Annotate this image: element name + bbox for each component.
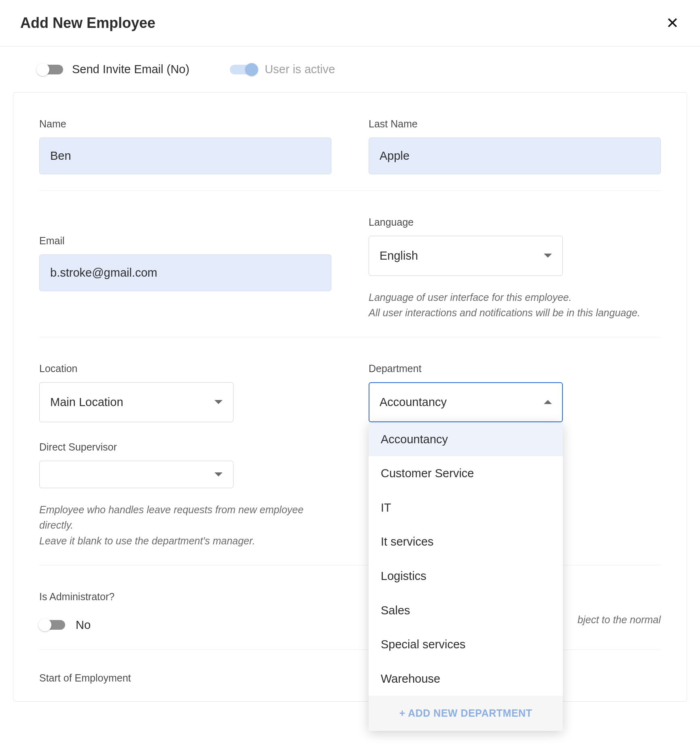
chevron-up-icon xyxy=(544,400,552,404)
send-invite-label: Send Invite Email (No) xyxy=(72,61,189,78)
department-field: Department Accountancy Accountancy Custo… xyxy=(369,362,661,422)
admin-value-text: No xyxy=(76,617,91,633)
send-invite-toggle-group: Send Invite Email (No) xyxy=(37,61,189,78)
language-label: Language xyxy=(369,215,661,229)
department-option[interactable]: Special services xyxy=(369,627,563,662)
add-department-button[interactable]: + ADD NEW DEPARTMENT xyxy=(369,696,563,731)
name-label: Name xyxy=(39,117,331,131)
name-input[interactable] xyxy=(39,138,331,174)
department-option[interactable]: Warehouse xyxy=(369,662,563,696)
location-value: Main Location xyxy=(50,394,123,411)
email-field: Email xyxy=(39,215,331,321)
department-dropdown: Accountancy Customer Service IT It servi… xyxy=(369,422,563,731)
admin-toggle[interactable] xyxy=(39,620,65,630)
department-option[interactable]: It services xyxy=(369,525,563,559)
add-employee-modal: Add New Employee ✕ Send Invite Email (No… xyxy=(0,0,700,745)
email-input[interactable] xyxy=(39,254,331,291)
form-card: Name Last Name Email Language English xyxy=(13,92,687,702)
department-option[interactable]: Customer Service xyxy=(369,456,563,491)
email-label: Email xyxy=(39,234,331,248)
location-label: Location xyxy=(39,362,331,376)
admin-toggle-line: No xyxy=(39,617,661,633)
close-icon[interactable]: ✕ xyxy=(664,15,681,31)
modal-header: Add New Employee ✕ xyxy=(0,0,700,47)
location-field: Location Main Location xyxy=(39,362,331,422)
supervisor-select[interactable] xyxy=(39,461,233,488)
chevron-down-icon xyxy=(214,400,223,404)
chevron-down-icon xyxy=(214,472,223,476)
toggles-row: Send Invite Email (No) User is active xyxy=(0,47,700,92)
start-label: Start of Employment xyxy=(39,671,661,685)
lastname-input[interactable] xyxy=(369,138,661,174)
language-field: Language English Language of user interf… xyxy=(369,215,661,321)
supervisor-label: Direct Supervisor xyxy=(39,440,331,454)
admin-label: Is Administrator? xyxy=(39,590,661,604)
department-option[interactable]: Sales xyxy=(369,593,563,628)
supervisor-field: Direct Supervisor Employee who handles l… xyxy=(39,440,331,549)
department-option[interactable]: IT xyxy=(369,491,563,525)
supervisor-helper: Employee who handles leave requests from… xyxy=(39,502,331,549)
admin-helper-fragment: bject to the normal xyxy=(577,613,661,627)
language-value: English xyxy=(380,248,418,264)
department-select[interactable]: Accountancy xyxy=(369,382,563,422)
name-field: Name xyxy=(39,117,331,174)
department-label: Department xyxy=(369,362,661,376)
user-active-toggle-group: User is active xyxy=(230,61,335,78)
row-location-department: Location Main Location Department Accoun… xyxy=(39,337,661,422)
lastname-field: Last Name xyxy=(369,117,661,174)
row-name: Name Last Name xyxy=(39,93,661,191)
user-active-label: User is active xyxy=(265,61,335,78)
department-value: Accountancy xyxy=(380,394,447,411)
lastname-label: Last Name xyxy=(369,117,661,131)
row-email-language: Email Language English Language of user … xyxy=(39,191,661,337)
chevron-down-icon xyxy=(544,254,552,258)
language-helper: Language of user interface for this empl… xyxy=(369,290,661,321)
user-active-toggle[interactable] xyxy=(230,65,256,74)
department-option[interactable]: Accountancy xyxy=(369,422,563,457)
language-select[interactable]: English xyxy=(369,236,563,276)
row-start: Start of Employment xyxy=(39,650,661,685)
send-invite-toggle[interactable] xyxy=(37,65,63,74)
row-admin: Is Administrator? No bject to the normal xyxy=(39,565,661,650)
row-supervisor: Direct Supervisor Employee who handles l… xyxy=(39,422,661,565)
department-option[interactable]: Logistics xyxy=(369,559,563,593)
location-select[interactable]: Main Location xyxy=(39,382,233,422)
modal-title: Add New Employee xyxy=(20,13,155,33)
